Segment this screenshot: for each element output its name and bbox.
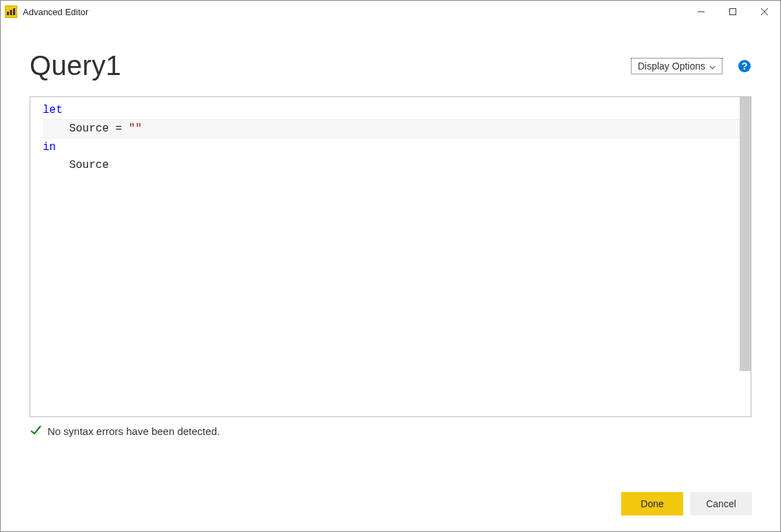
syntax-status: No syntax errors have been detected.	[30, 424, 751, 438]
help-icon[interactable]: ?	[738, 59, 751, 73]
code-line: in	[43, 138, 751, 156]
dialog-content: Query1 Display Options ? let Source = ""…	[1, 23, 780, 438]
header-actions: Display Options ?	[631, 58, 751, 74]
display-options-label: Display Options	[638, 61, 705, 72]
code-editor[interactable]: let Source = "" in Source	[30, 96, 751, 417]
minimize-button[interactable]	[685, 1, 717, 23]
checkmark-icon	[30, 424, 42, 438]
query-name-title: Query1	[30, 50, 121, 81]
code-line: let	[43, 101, 751, 119]
svg-rect-1	[10, 10, 12, 16]
display-options-dropdown[interactable]: Display Options	[631, 58, 722, 74]
header-row: Query1 Display Options ?	[30, 50, 751, 81]
svg-text:?: ?	[742, 61, 748, 72]
window-controls	[685, 1, 780, 23]
keyword-in: in	[43, 141, 56, 153]
svg-rect-0	[7, 12, 9, 15]
code-line-current: Source = ""	[43, 119, 751, 138]
code-editor-content[interactable]: let Source = "" in Source	[30, 97, 751, 416]
window-title: Advanced Editor	[23, 7, 88, 17]
string-literal: ""	[129, 123, 142, 135]
dialog-footer: Done Cancel	[621, 492, 752, 515]
done-button[interactable]: Done	[621, 492, 683, 515]
syntax-status-text: No syntax errors have been detected.	[48, 425, 220, 437]
close-button[interactable]	[749, 1, 780, 23]
app-icon-powerbi	[5, 6, 17, 18]
editor-scrollbar[interactable]	[740, 97, 751, 371]
code-line: Source	[43, 156, 751, 174]
chevron-down-icon	[709, 61, 716, 72]
keyword-let: let	[43, 104, 63, 116]
cancel-button[interactable]: Cancel	[690, 492, 752, 515]
svg-rect-2	[13, 8, 15, 15]
maximize-button[interactable]	[717, 1, 749, 23]
svg-rect-4	[730, 9, 736, 15]
titlebar: Advanced Editor	[1, 1, 780, 23]
